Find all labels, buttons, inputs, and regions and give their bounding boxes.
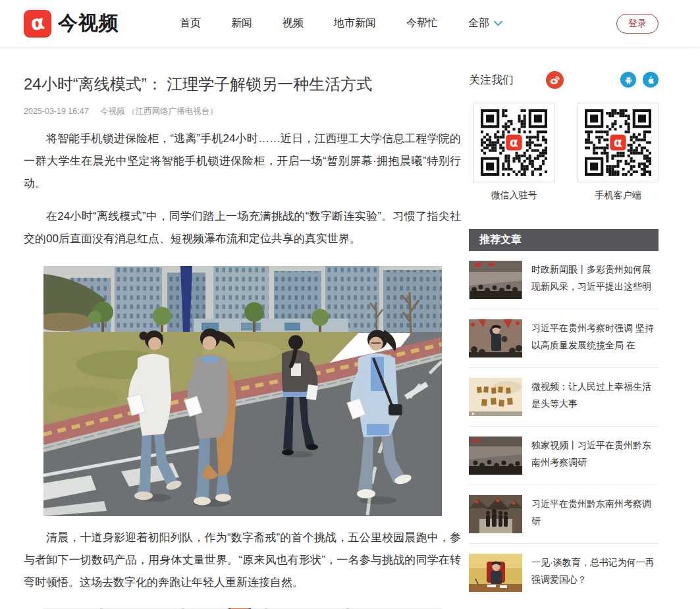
logo-text: 今视频 [58, 10, 119, 37]
android-icon[interactable] [620, 72, 636, 88]
follow-us-title: 关注我们 [469, 72, 514, 88]
recommend-item[interactable]: 习近平在贵州考察时强调 坚持以高质量发展统揽全局 在 [469, 309, 659, 368]
recommend-item[interactable]: 习近平在贵州黔东南州考察调研 [469, 485, 659, 544]
nav-item-video[interactable]: 视频 [283, 16, 304, 30]
recommend-title-text: 独家视频丨习近平在贵州黔东南州考察调研 [531, 437, 655, 475]
site-header: α 今视频 首页 新闻 视频 地市新闻 今帮忙 全部 登录 [0, 0, 700, 47]
svg-text:α: α [510, 136, 518, 149]
recommend-item[interactable]: 时政新闻眼丨多彩贵州如何展现新风采，习近平提出这些明 [469, 251, 659, 309]
article-paragraph: 清晨，十道身影迎着初阳列队，作为“数字斋戒”的首个挑战，五公里校园晨跑中，参与者… [24, 527, 461, 594]
nav-item-home[interactable]: 首页 [180, 16, 201, 30]
recommend-thumbnail [469, 437, 522, 475]
nav-item-city-news[interactable]: 地市新闻 [334, 16, 376, 30]
recommend-title-text: 微视频：让人民过上幸福生活是头等大事 [531, 378, 655, 416]
recommend-thumbnail [469, 378, 522, 416]
chevron-down-icon [494, 20, 502, 26]
qr-code-wechat: α [473, 103, 554, 182]
qr-code-app: α [578, 103, 659, 182]
apple-icon[interactable] [643, 72, 659, 88]
article-title: 24小时“离线模式”： 江理学子解锁另一种生活方式 [24, 72, 461, 96]
article-paragraph: 将智能手机锁进保险柜，“逃离”手机24小时……近日，江西理工大学信息工程学院的一… [24, 128, 461, 195]
article-meta: 2025-03-19 16:47 今视频 （江西网络广播电视台） [24, 106, 461, 117]
recommend-thumbnail [469, 495, 522, 533]
qr-wechat: α 微信入驻号 [473, 103, 554, 201]
nav-item-all[interactable]: 全部 [468, 16, 502, 30]
nav-item-all-label: 全部 [468, 16, 489, 30]
article-photo-students-running [43, 266, 442, 516]
recommend-title-text: 习近平在贵州考察时强调 坚持以高质量发展统揽全局 在 [531, 319, 655, 357]
article-body-cont: 清晨，十道身影迎着初阳列队，作为“数字斋戒”的首个挑战，五公里校园晨跑中，参与者… [24, 527, 461, 594]
login-button[interactable]: 登录 [616, 14, 659, 34]
qr-image: α [480, 109, 548, 176]
qr-image: α [584, 109, 652, 176]
main-nav: 首页 新闻 视频 地市新闻 今帮忙 全部 [180, 16, 502, 30]
recommend-thumbnail [469, 554, 522, 592]
nav-item-news[interactable]: 新闻 [231, 16, 252, 30]
recommend-thumbnail [469, 319, 522, 357]
qr-label-app: 手机客户端 [595, 190, 641, 201]
recommend-thumbnail [469, 261, 522, 299]
article-body: 将智能手机锁进保险柜，“逃离”手机24小时……近日，江西理工大学信息工程学院的一… [24, 128, 461, 250]
weibo-icon[interactable] [546, 71, 564, 89]
article-paragraph: 在24小时“离线模式”中，同学们踏上一场充满挑战的“数字断连实验”。习惯了指尖社… [24, 205, 461, 250]
svg-text:α: α [614, 136, 622, 149]
qr-label-wechat: 微信入驻号 [491, 190, 537, 201]
follow-us-row: 关注我们 [469, 70, 659, 89]
recommend-item[interactable]: 微视频：让人民过上幸福生活是头等大事 [469, 368, 659, 427]
logo-icon: α [24, 10, 51, 38]
recommend-item[interactable]: 一见·谈教育，总书记为何一再强调爱国心？ [469, 544, 659, 602]
sidebar: 关注我们 [469, 59, 659, 602]
article-source: 今视频 （江西网络广播电视台） [100, 107, 217, 116]
recommend-title-text: 习近平在贵州黔东南州考察调研 [531, 495, 655, 533]
qr-app: α 手机客户端 [578, 103, 659, 201]
article-date: 2025-03-19 16:47 [24, 107, 89, 116]
recommend-title-text: 一见·谈教育，总书记为何一再强调爱国心？ [531, 554, 655, 592]
qr-row: α 微信入驻号 α 手机客户端 [469, 103, 659, 201]
nav-item-help[interactable]: 今帮忙 [406, 16, 438, 30]
article-main: 24小时“离线模式”： 江理学子解锁另一种生活方式 2025-03-19 16:… [24, 59, 461, 609]
site-logo[interactable]: α 今视频 [24, 10, 119, 38]
recommend-header: 推荐文章 [469, 229, 659, 251]
recommend-title-text: 时政新闻眼丨多彩贵州如何展现新风采，习近平提出这些明 [531, 261, 655, 299]
recommend-item[interactable]: 独家视频丨习近平在贵州黔东南州考察调研 [469, 427, 659, 485]
recommend-list: 时政新闻眼丨多彩贵州如何展现新风采，习近平提出这些明 习近平在贵州考察时强调 坚… [469, 251, 659, 602]
